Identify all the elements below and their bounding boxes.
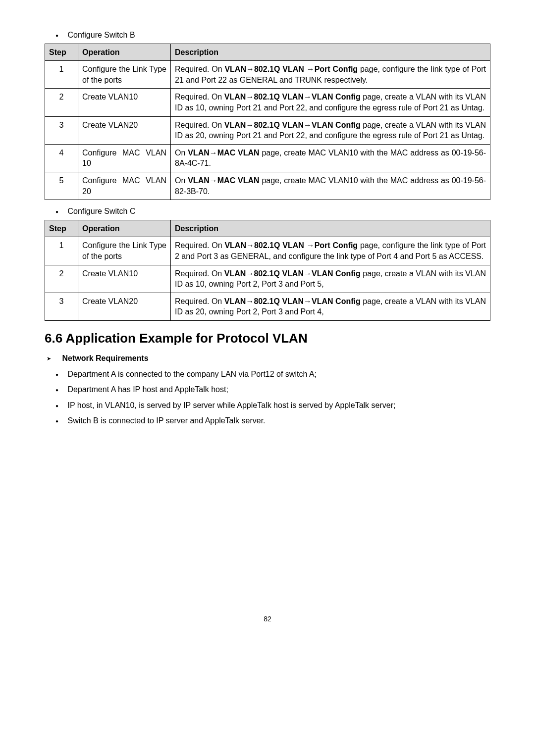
cell-operation: Create VLAN10 — [78, 89, 171, 116]
cell-step: 2 — [45, 89, 78, 116]
section-heading: 6.6 Application Example for Protocol VLA… — [45, 330, 490, 347]
page-number: 82 — [45, 614, 490, 624]
cell-step: 1 — [45, 61, 78, 89]
th-operation: Operation — [78, 44, 171, 61]
table-row: 1 Configure the Link Type of the ports R… — [45, 61, 490, 89]
cell-description: Required. On VLAN→802.1Q VLAN→VLAN Confi… — [171, 265, 490, 293]
lead-b-text: Configure Switch B — [68, 31, 135, 39]
cell-operation: Create VLAN20 — [78, 116, 171, 144]
table-row: 4 Configure MAC VLAN 10 On VLAN→MAC VLAN… — [45, 144, 490, 172]
table-row: 5 Configure MAC VLAN 20 On VLAN→MAC VLAN… — [45, 172, 490, 200]
table-row: 3 Create VLAN20 Required. On VLAN→802.1Q… — [45, 116, 490, 144]
cell-operation: Configure the Link Type of the ports — [78, 237, 171, 265]
cell-description: Required. On VLAN→802.1Q VLAN→VLAN Confi… — [171, 116, 490, 144]
req-text: Department A is connected to the company… — [68, 370, 317, 378]
cell-operation: Configure the Link Type of the ports — [78, 61, 171, 89]
cell-description: Required. On VLAN→802.1Q VLAN →Port Conf… — [171, 61, 490, 89]
list-item: IP host, in VLAN10, is served by IP serv… — [55, 400, 490, 411]
table-row: 1 Configure the Link Type of the ports R… — [45, 237, 490, 265]
req-text: Department A has IP host and AppleTalk h… — [68, 385, 228, 394]
list-item: Department A is connected to the company… — [55, 369, 490, 380]
cell-step: 5 — [45, 172, 78, 200]
cell-step: 1 — [45, 237, 78, 265]
th-operation: Operation — [78, 220, 171, 237]
th-step: Step — [45, 44, 78, 61]
req-text: Switch B is connected to IP server and A… — [68, 416, 266, 425]
cell-description: Required. On VLAN→802.1Q VLAN→VLAN Confi… — [171, 89, 490, 116]
list-item: Switch B is connected to IP server and A… — [55, 415, 490, 426]
cell-description: Required. On VLAN→802.1Q VLAN→VLAN Confi… — [171, 293, 490, 320]
lead-config-switch-c: Configure Switch C — [55, 206, 490, 217]
network-requirements-heading: Network Requirements — [47, 353, 490, 364]
table-switch-b: Step Operation Description 1 Configure t… — [45, 44, 490, 201]
cell-step: 4 — [45, 144, 78, 172]
cell-operation: Configure MAC VLAN 10 — [78, 144, 171, 172]
table-switch-c: Step Operation Description 1 Configure t… — [45, 220, 490, 321]
table-row: 3 Create VLAN20 Required. On VLAN→802.1Q… — [45, 293, 490, 320]
th-description: Description — [171, 220, 490, 237]
cell-operation: Create VLAN20 — [78, 293, 171, 320]
cell-description: Required. On VLAN→802.1Q VLAN →Port Conf… — [171, 237, 490, 265]
table-row: 2 Create VLAN10 Required. On VLAN→802.1Q… — [45, 265, 490, 293]
cell-description: On VLAN→MAC VLAN page, create MAC VLAN10… — [171, 172, 490, 200]
cell-step: 3 — [45, 116, 78, 144]
th-description: Description — [171, 44, 490, 61]
req-text: IP host, in VLAN10, is served by IP serv… — [68, 401, 396, 409]
cell-step: 3 — [45, 293, 78, 320]
cell-step: 2 — [45, 265, 78, 293]
cell-description: On VLAN→MAC VLAN page, create MAC VLAN10… — [171, 144, 490, 172]
netreq-label: Network Requirements — [62, 354, 148, 362]
cell-operation: Create VLAN10 — [78, 265, 171, 293]
lead-c-text: Configure Switch C — [68, 207, 136, 215]
th-step: Step — [45, 220, 78, 237]
lead-config-switch-b: Configure Switch B — [55, 30, 490, 41]
cell-operation: Configure MAC VLAN 20 — [78, 172, 171, 200]
list-item: Department A has IP host and AppleTalk h… — [55, 384, 490, 395]
table-row: 2 Create VLAN10 Required. On VLAN→802.1Q… — [45, 89, 490, 116]
